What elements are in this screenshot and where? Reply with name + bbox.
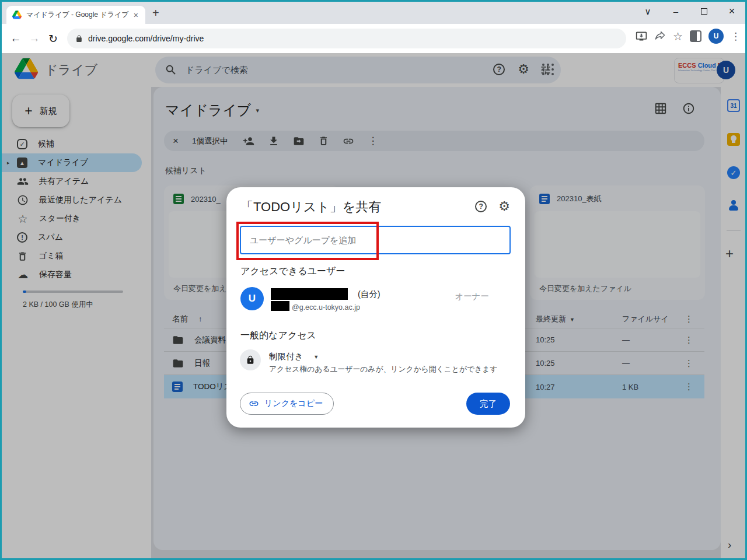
window-minimize-icon[interactable]: – bbox=[671, 6, 681, 16]
back-icon[interactable]: ← bbox=[6, 32, 25, 45]
access-level-description: アクセス権のあるユーザーのみが、リンクから開くことができます bbox=[269, 365, 502, 374]
new-tab-button[interactable]: + bbox=[152, 6, 159, 20]
redacted-email-prefix bbox=[271, 301, 289, 311]
tab-title: マイドライブ - Google ドライブ bbox=[26, 10, 131, 20]
window-controls: ∨ – × bbox=[643, 5, 737, 18]
annotation-highlight-box bbox=[236, 222, 379, 260]
copy-link-label: リンクをコピー bbox=[264, 398, 323, 409]
done-button[interactable]: 完了 bbox=[466, 393, 510, 415]
install-icon[interactable] bbox=[636, 30, 647, 42]
reload-icon[interactable]: ↻ bbox=[44, 32, 62, 46]
general-access-row: 制限付き▼ アクセス権のあるユーザーのみが、リンクから開くことができます bbox=[240, 349, 261, 370]
dialog-title: 「TODOリスト」を共有 bbox=[240, 198, 381, 216]
general-access-label: 一般的なアクセス bbox=[240, 330, 316, 342]
url-bar[interactable]: drive.google.com/drive/my-drive bbox=[67, 29, 626, 48]
browser-tab-strip: マイドライブ - Google ドライブ × + ∨ – × bbox=[2, 2, 745, 24]
dropdown-caret-icon: ▼ bbox=[313, 354, 319, 360]
lock-icon bbox=[246, 355, 255, 365]
lock-circle bbox=[240, 349, 261, 370]
bookmark-star-icon[interactable]: ☆ bbox=[673, 30, 683, 43]
owner-role-label: オーナー bbox=[455, 291, 489, 302]
tab-close-icon[interactable]: × bbox=[131, 10, 141, 20]
screen: マイドライブ - Google ドライブ × + ∨ – × ← → ↻ dri… bbox=[0, 0, 747, 560]
copy-link-button[interactable]: リンクをコピー bbox=[240, 393, 334, 415]
window-close-icon[interactable]: × bbox=[727, 5, 737, 18]
owner-self-label: (自分) bbox=[358, 289, 381, 300]
url-text: drive.google.com/drive/my-drive bbox=[88, 34, 204, 43]
link-icon bbox=[249, 398, 259, 409]
access-level-dropdown[interactable]: 制限付き▼ bbox=[269, 351, 444, 362]
redacted-owner-name bbox=[271, 288, 348, 300]
access-section-label: アクセスできるユーザー bbox=[240, 265, 345, 278]
owner-row[interactable]: U (自分) @g.ecc.u-tokyo.ac.jp オーナー bbox=[240, 286, 511, 319]
owner-email: @g.ecc.u-tokyo.ac.jp bbox=[292, 303, 360, 312]
dialog-help-icon[interactable]: ? bbox=[475, 201, 487, 212]
lock-icon bbox=[75, 35, 83, 43]
browser-tab[interactable]: マイドライブ - Google ドライブ × bbox=[6, 6, 145, 24]
dialog-settings-icon[interactable]: ⚙ bbox=[498, 200, 510, 213]
side-panel-icon[interactable] bbox=[690, 30, 701, 42]
toolbar-icons: ☆ U ⋮ bbox=[636, 29, 741, 44]
window-maximize-icon[interactable] bbox=[699, 6, 709, 16]
share-icon[interactable] bbox=[654, 30, 666, 42]
browser-menu-icon[interactable]: ⋮ bbox=[731, 30, 741, 43]
owner-avatar: U bbox=[240, 287, 264, 310]
window-menu-chevron-icon[interactable]: ∨ bbox=[643, 6, 653, 17]
forward-icon: → bbox=[25, 32, 44, 45]
browser-avatar[interactable]: U bbox=[708, 29, 724, 44]
drive-favicon bbox=[12, 10, 22, 19]
